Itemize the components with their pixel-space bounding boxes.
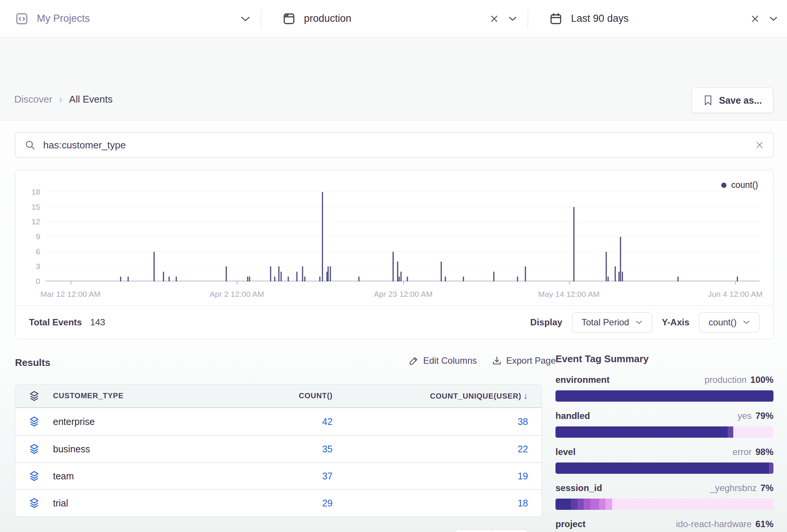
chart-bar[interactable] (247, 277, 248, 281)
pagination-prev-button[interactable] (456, 529, 492, 532)
tag-bar-segment[interactable] (584, 499, 590, 510)
chart-bar[interactable] (163, 272, 164, 281)
column-header-count-unique-user[interactable]: COUNT_UNIQUE(USER)↓ (333, 391, 528, 401)
project-selector[interactable]: My Projects (0, 0, 261, 37)
tag-bar-segment[interactable] (605, 499, 612, 510)
column-header-customer-type[interactable]: CUSTOMER_TYPE (53, 391, 220, 400)
chart-bar[interactable] (328, 266, 329, 281)
chart-bar[interactable] (322, 192, 323, 281)
chart-bar[interactable] (493, 272, 495, 281)
environment-dropdown-button[interactable] (508, 16, 517, 21)
chart-bar[interactable] (407, 277, 408, 281)
cell-count-unique-user-link[interactable]: 22 (333, 444, 528, 455)
chart-bar[interactable] (296, 272, 297, 281)
search-input[interactable] (43, 139, 755, 151)
date-range-label: Last 90 days (571, 13, 628, 24)
chart-bar[interactable] (574, 207, 575, 281)
tag-bar-segment[interactable] (769, 462, 773, 474)
chart-bar[interactable] (168, 277, 170, 281)
tag-bar-segment[interactable] (577, 499, 584, 510)
chart-bar[interactable] (678, 277, 679, 281)
chart-bar[interactable] (620, 237, 621, 281)
search-clear-button[interactable] (755, 141, 764, 150)
tag-bar-segment[interactable] (555, 499, 571, 510)
chart-bar[interactable] (615, 266, 616, 281)
tag-bar-segment[interactable] (733, 426, 773, 438)
chart-bar[interactable] (153, 252, 154, 281)
tag-group-environment: environmentproduction100% (555, 375, 773, 402)
breadcrumb-discover-link[interactable]: Discover (14, 94, 52, 105)
environment-clear-button[interactable] (490, 15, 498, 23)
tag-distribution-bar[interactable] (555, 426, 773, 438)
chart-bar[interactable] (445, 277, 446, 281)
pagination-next-button[interactable] (492, 529, 528, 532)
tag-bar-segment[interactable] (555, 426, 728, 438)
cell-count-link[interactable]: 37 (220, 471, 333, 482)
y-axis-tick-label: 0 (22, 277, 40, 286)
tag-bar-segment[interactable] (599, 499, 605, 510)
cell-count-unique-user-link[interactable]: 19 (333, 471, 528, 482)
tag-bar-segment[interactable] (612, 499, 773, 510)
date-range-clear-button[interactable] (751, 15, 759, 23)
chart-bar[interactable] (397, 261, 398, 281)
tag-bar-segment[interactable] (571, 499, 577, 510)
x-axis-tick (237, 281, 238, 285)
cell-count-unique-user-link[interactable]: 38 (333, 416, 528, 427)
chart-bar[interactable] (274, 277, 275, 281)
tag-distribution-bar[interactable] (555, 499, 773, 510)
chart-bar[interactable] (330, 266, 331, 281)
chart-bar[interactable] (288, 277, 289, 281)
download-icon (492, 356, 502, 366)
cell-count-link[interactable]: 35 (220, 444, 333, 455)
chart-bar[interactable] (737, 277, 738, 281)
chart-legend[interactable]: count() (721, 180, 758, 190)
tag-bar-segment[interactable] (728, 426, 733, 438)
chart-bar[interactable] (525, 266, 526, 281)
chart-bar[interactable] (326, 272, 327, 281)
cell-count-unique-user-link[interactable]: 18 (333, 498, 528, 509)
chart-bar[interactable] (608, 277, 609, 281)
total-events-label: Total Events (29, 317, 82, 328)
cell-count-link[interactable]: 42 (220, 416, 333, 427)
chart-bar[interactable] (226, 266, 227, 281)
tag-bar-segment[interactable] (555, 462, 769, 474)
tag-distribution-bar[interactable] (555, 462, 773, 474)
tag-bar-segment[interactable] (590, 499, 599, 510)
sort-desc-icon: ↓ (524, 391, 528, 401)
chart-bar[interactable] (281, 272, 282, 281)
chart-bar[interactable] (440, 261, 442, 281)
chart-bar[interactable] (398, 277, 400, 281)
chart-bar[interactable] (463, 277, 464, 281)
events-chart[interactable]: count() 1815129630Mar 12 12:00 AMApr 2 1… (15, 170, 773, 306)
y-axis-dropdown[interactable]: count() (699, 312, 760, 332)
tag-distribution-bar[interactable] (555, 390, 773, 402)
environment-selector[interactable]: production (261, 0, 528, 37)
chart-bar[interactable] (401, 272, 402, 281)
chart-bar[interactable] (278, 266, 280, 281)
edit-columns-button[interactable]: Edit Columns (409, 355, 477, 366)
cell-count-link[interactable]: 29 (220, 498, 333, 509)
chart-bar[interactable] (319, 277, 320, 281)
column-header-count[interactable]: COUNT() (220, 391, 333, 400)
chart-bar[interactable] (120, 277, 121, 281)
chart-bar[interactable] (128, 277, 129, 281)
chart-bar[interactable] (393, 252, 394, 281)
export-page-button[interactable]: Export Page (492, 355, 556, 366)
chart-bar[interactable] (304, 277, 305, 281)
chart-bar[interactable] (359, 277, 360, 281)
chart-bar[interactable] (622, 272, 623, 281)
chart-bar[interactable] (302, 266, 303, 281)
date-range-dropdown-button[interactable] (769, 16, 778, 21)
display-dropdown[interactable]: Total Period (572, 312, 652, 332)
chart-bar[interactable] (176, 277, 177, 281)
x-axis-tick-label: Jun 4 12:00 AM (708, 290, 763, 299)
chart-bar[interactable] (605, 252, 607, 281)
chart-bar[interactable] (249, 277, 250, 281)
display-dropdown-value: Total Period (581, 317, 629, 328)
chart-bar[interactable] (517, 277, 518, 281)
tag-bar-segment[interactable] (555, 390, 773, 402)
chart-bar[interactable] (618, 272, 619, 281)
date-range-selector[interactable]: Last 90 days (528, 0, 787, 37)
save-as-button[interactable]: Save as... (692, 88, 773, 113)
chart-bar[interactable] (270, 266, 271, 281)
